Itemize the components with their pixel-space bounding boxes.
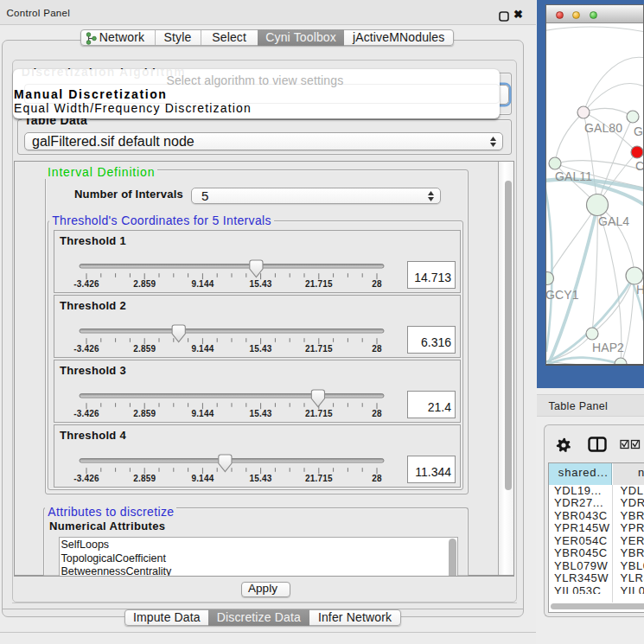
svg-text:21.715: 21.715 [305,409,333,418]
svg-text:HAP2: HAP2 [592,341,624,354]
svg-text:GCY1: GCY1 [546,287,579,301]
svg-text:9.144: 9.144 [191,279,214,289]
svg-text:2.859: 2.859 [133,474,156,483]
svg-text:2.859: 2.859 [133,279,156,289]
svg-text:21.715: 21.715 [305,279,333,289]
svg-text:H: H [636,283,644,296]
svg-text:2.859: 2.859 [133,409,156,418]
svg-text:-3.426: -3.426 [73,344,99,354]
svg-text:9.144: 9.144 [191,474,214,483]
svg-text:28: 28 [372,474,382,483]
svg-text:9.144: 9.144 [191,344,214,354]
svg-text:21.715: 21.715 [305,344,333,354]
svg-text:15.43: 15.43 [250,344,272,354]
svg-text:GAL80: GAL80 [584,120,622,134]
svg-text:-3.426: -3.426 [73,279,99,289]
svg-text:GAL4: GAL4 [598,214,629,228]
svg-text:15.43: 15.43 [250,279,272,289]
svg-text:28: 28 [372,344,382,354]
svg-text:15.43: 15.43 [250,409,272,418]
svg-text:15.43: 15.43 [250,474,272,483]
svg-text:-3.426: -3.426 [73,409,99,418]
svg-text:2.859: 2.859 [133,344,156,354]
svg-text:9.144: 9.144 [191,409,214,418]
svg-text:28: 28 [372,279,382,289]
svg-text:C: C [635,159,644,173]
svg-text:GAL11: GAL11 [555,169,592,183]
svg-text:GA: GA [634,124,644,138]
svg-text:28: 28 [372,409,382,418]
svg-text:21.715: 21.715 [305,474,333,483]
svg-text:-3.426: -3.426 [73,474,99,483]
